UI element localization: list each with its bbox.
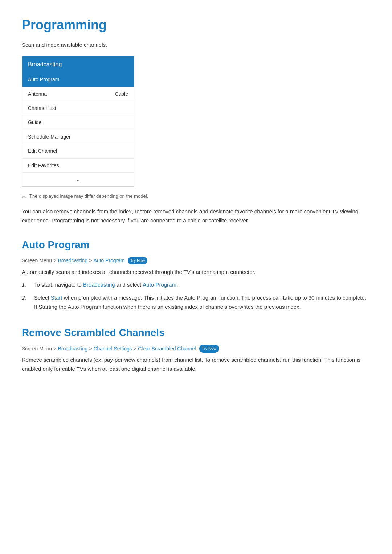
menu-item-antenna[interactable]: Antenna Cable [22,87,134,101]
remove-scrambled-section: Remove Scrambled Channels Screen Menu > … [22,325,370,374]
breadcrumb-auto-program[interactable]: Auto Program [93,257,124,264]
menu-label-schedule-manager: Schedule Manager [28,133,71,141]
breadcrumb-clear-scrambled[interactable]: Clear Scrambled Channel [138,345,196,353]
page-description: You can also remove channels from the in… [22,207,370,225]
note-text: The displayed image may differ depending… [29,193,148,200]
auto-program-description: Automatically scans and indexes all chan… [22,268,370,277]
breadcrumb-broadcasting-2[interactable]: Broadcasting [58,345,87,353]
breadcrumb-broadcasting-1[interactable]: Broadcasting [58,257,87,264]
auto-program-title: Auto Program [22,237,370,253]
step-1-num: 1. [22,280,30,290]
step-1: 1. To start, navigate to Broadcasting an… [22,280,370,290]
menu-header: Broadcasting [22,56,134,73]
menu-label-antenna: Antenna [28,90,47,98]
menu-item-channel-list[interactable]: Channel List [22,101,134,115]
remove-scrambled-description: Remove scrambled channels (ex: pay-per-v… [22,356,370,374]
remove-scrambled-breadcrumb: Screen Menu > Broadcasting > Channel Set… [22,345,370,353]
step-2-text: Select Start when prompted with a messag… [34,294,370,312]
menu-item-auto-program[interactable]: Auto Program [22,73,134,86]
menu-label-guide: Guide [28,118,41,126]
try-now-scrambled[interactable]: Try Now [199,345,219,353]
step-1-link-broadcasting[interactable]: Broadcasting [83,282,115,288]
breadcrumb-channel-settings[interactable]: Channel Settings [93,345,132,353]
menu-value-antenna: Cable [115,90,128,98]
breadcrumb-sep-2: > [89,257,92,264]
step-1-text: To start, navigate to Broadcasting and s… [34,280,370,290]
note-line: ✏ The displayed image may differ dependi… [22,193,370,202]
remove-scrambled-title: Remove Scrambled Channels [22,325,370,341]
menu-item-edit-favorites[interactable]: Edit Favorites [22,158,134,172]
breadcrumb-sep-4: > [89,345,92,353]
page-subtitle: Scan and index available channels. [22,41,370,49]
menu-item-edit-channel[interactable]: Edit Channel [22,144,134,158]
step-2-link-start[interactable]: Start [51,295,62,301]
try-now-auto-program[interactable]: Try Now [128,257,148,265]
breadcrumb-screen-menu-2: Screen Menu [22,345,52,353]
breadcrumb-sep-3: > [53,345,56,353]
menu-label-channel-list: Channel List [28,104,56,112]
step-1-link-auto-program[interactable]: Auto Program [143,282,176,288]
breadcrumb-screen-menu: Screen Menu [22,257,52,264]
pencil-icon: ✏ [22,193,26,202]
page-title: Programming [22,15,370,36]
auto-program-steps: 1. To start, navigate to Broadcasting an… [22,280,370,312]
auto-program-breadcrumb: Screen Menu > Broadcasting > Auto Progra… [22,257,370,264]
menu-label-edit-favorites: Edit Favorites [28,161,59,169]
step-2-num: 2. [22,294,30,312]
menu-box: Broadcasting Auto Program Antenna Cable … [22,56,134,187]
menu-chevron: ⌄ [22,172,134,186]
menu-label-edit-channel: Edit Channel [28,147,57,155]
auto-program-section: Auto Program Screen Menu > Broadcasting … [22,237,370,312]
menu-item-schedule-manager[interactable]: Schedule Manager [22,130,134,144]
step-2: 2. Select Start when prompted with a mes… [22,294,370,312]
menu-item-guide[interactable]: Guide [22,115,134,129]
breadcrumb-sep-5: > [134,345,136,353]
breadcrumb-sep-1: > [53,257,56,264]
